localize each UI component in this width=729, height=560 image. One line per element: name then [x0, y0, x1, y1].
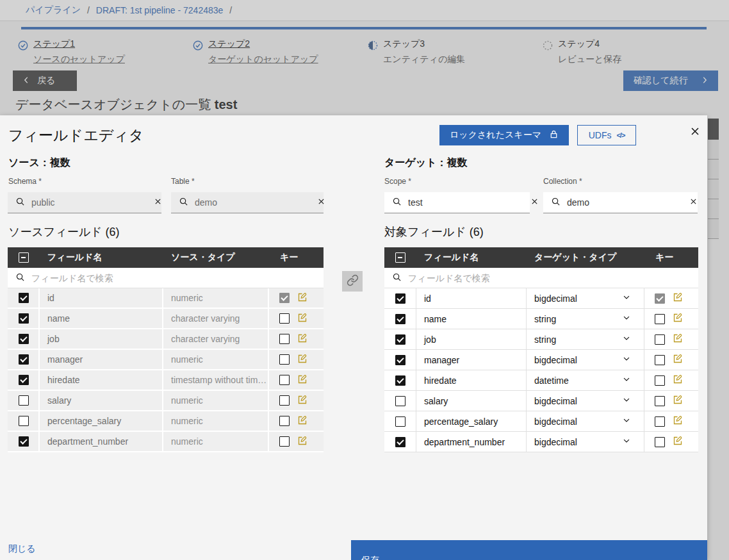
link-icon	[347, 274, 359, 289]
source-filter-input[interactable]	[31, 273, 324, 283]
row-select-checkbox[interactable]	[384, 370, 416, 390]
edit-icon[interactable]	[297, 333, 307, 345]
row-select-checkbox[interactable]	[384, 411, 416, 431]
field-name-cell: job	[40, 329, 163, 349]
schema-search-field[interactable]	[8, 192, 161, 213]
key-cell[interactable]	[269, 370, 324, 390]
table-search-field[interactable]	[171, 192, 324, 213]
chevron-down-icon	[622, 436, 631, 447]
clear-icon[interactable]	[689, 197, 698, 208]
edit-icon[interactable]	[673, 313, 683, 325]
modal-close-link[interactable]: 閉じる	[8, 543, 36, 555]
collection-input[interactable]	[567, 197, 683, 208]
edit-icon[interactable]	[297, 395, 307, 407]
edit-icon[interactable]	[297, 292, 307, 304]
select-all-checkbox[interactable]	[8, 247, 40, 268]
schema-input[interactable]	[31, 197, 147, 208]
edit-icon[interactable]	[297, 415, 307, 427]
select-all-checkbox[interactable]	[384, 247, 416, 268]
row-select-checkbox[interactable]	[8, 288, 40, 308]
link-fields-button[interactable]	[342, 271, 363, 292]
row-select-checkbox[interactable]	[384, 391, 416, 411]
target-table-header: フィールド名 ターゲット・タイプ キー	[384, 247, 698, 268]
row-select-checkbox[interactable]	[384, 350, 416, 370]
table-row: salarynumeric	[8, 391, 324, 411]
edit-icon[interactable]	[673, 292, 683, 304]
key-cell[interactable]	[269, 391, 324, 410]
key-cell[interactable]	[269, 309, 324, 328]
source-type-cell: character varying	[163, 309, 269, 328]
clear-icon[interactable]	[317, 197, 325, 208]
row-select-checkbox[interactable]	[384, 309, 416, 329]
row-select-checkbox[interactable]	[384, 432, 416, 452]
edit-icon[interactable]	[297, 354, 307, 366]
clear-icon[interactable]	[154, 197, 162, 208]
row-select-checkbox[interactable]	[8, 391, 40, 410]
udfs-button[interactable]: UDFs </>	[577, 125, 636, 145]
source-type-cell: numeric	[163, 432, 269, 451]
row-select-checkbox[interactable]	[384, 329, 416, 349]
locked-schema-button[interactable]: ロックされたスキーマ	[439, 125, 569, 145]
target-filter-input[interactable]	[408, 273, 698, 283]
edit-icon[interactable]	[673, 415, 683, 427]
edit-icon[interactable]	[297, 436, 307, 448]
row-select-checkbox[interactable]	[384, 288, 416, 308]
source-type-cell: numeric	[163, 350, 269, 369]
edit-icon[interactable]	[673, 354, 683, 366]
row-select-checkbox[interactable]	[8, 309, 40, 328]
field-name-cell: salary	[416, 391, 527, 411]
target-type-dropdown[interactable]: bigdecimal	[527, 288, 644, 308]
target-type-dropdown[interactable]: bigdecimal	[527, 350, 644, 370]
key-cell[interactable]	[644, 329, 698, 349]
key-cell[interactable]	[644, 411, 698, 431]
key-cell[interactable]	[644, 370, 698, 390]
key-cell[interactable]	[269, 329, 324, 349]
table-input[interactable]	[195, 197, 311, 208]
target-type-dropdown[interactable]: bigdecimal	[527, 391, 644, 411]
save-button[interactable]: 保存	[351, 540, 707, 560]
field-name-cell: id	[40, 288, 163, 308]
target-type-dropdown[interactable]: string	[527, 329, 644, 349]
close-icon[interactable]	[685, 122, 705, 141]
search-icon	[15, 272, 25, 284]
key-cell[interactable]	[269, 432, 324, 451]
target-type-dropdown[interactable]: bigdecimal	[527, 411, 644, 431]
row-select-checkbox[interactable]	[8, 411, 40, 431]
source-filter-row[interactable]	[8, 268, 324, 288]
field-name-cell: department_number	[40, 432, 163, 451]
scope-input[interactable]	[408, 197, 524, 208]
target-fields-title: 対象フィールド (6)	[384, 224, 484, 240]
target-filter-row[interactable]	[384, 268, 698, 288]
key-cell[interactable]	[644, 350, 698, 370]
key-cell[interactable]	[644, 288, 698, 308]
row-select-checkbox[interactable]	[8, 329, 40, 349]
source-type-cell: character varying	[163, 329, 269, 349]
clear-icon[interactable]	[530, 197, 539, 208]
chevron-down-icon	[622, 313, 631, 324]
row-select-checkbox[interactable]	[8, 370, 40, 390]
key-cell[interactable]	[269, 288, 324, 308]
column-header: ターゲット・タイプ	[527, 247, 644, 268]
target-type-dropdown[interactable]: datetime	[527, 370, 644, 390]
edit-icon[interactable]	[673, 436, 683, 448]
field-name-cell: manager	[416, 350, 527, 370]
target-type-dropdown[interactable]: bigdecimal	[527, 432, 644, 452]
edit-icon[interactable]	[673, 333, 683, 345]
key-cell[interactable]	[644, 432, 698, 452]
edit-icon[interactable]	[673, 374, 683, 386]
key-cell[interactable]	[644, 391, 698, 411]
scope-search-field[interactable]	[384, 192, 530, 213]
key-cell[interactable]	[644, 309, 698, 329]
row-select-checkbox[interactable]	[8, 350, 40, 369]
key-cell[interactable]	[269, 350, 324, 369]
app-window: パイプライン / DRAFT: 1st pipeline - 7242483e …	[0, 0, 729, 560]
table-row: jobcharacter varying	[8, 329, 324, 350]
edit-icon[interactable]	[673, 395, 683, 407]
row-select-checkbox[interactable]	[8, 432, 40, 451]
key-cell[interactable]	[269, 411, 324, 431]
collection-search-field[interactable]	[543, 192, 698, 213]
edit-icon[interactable]	[297, 374, 307, 386]
edit-icon[interactable]	[297, 313, 307, 325]
target-type-dropdown[interactable]: string	[527, 309, 644, 329]
code-icon: </>	[616, 131, 625, 139]
